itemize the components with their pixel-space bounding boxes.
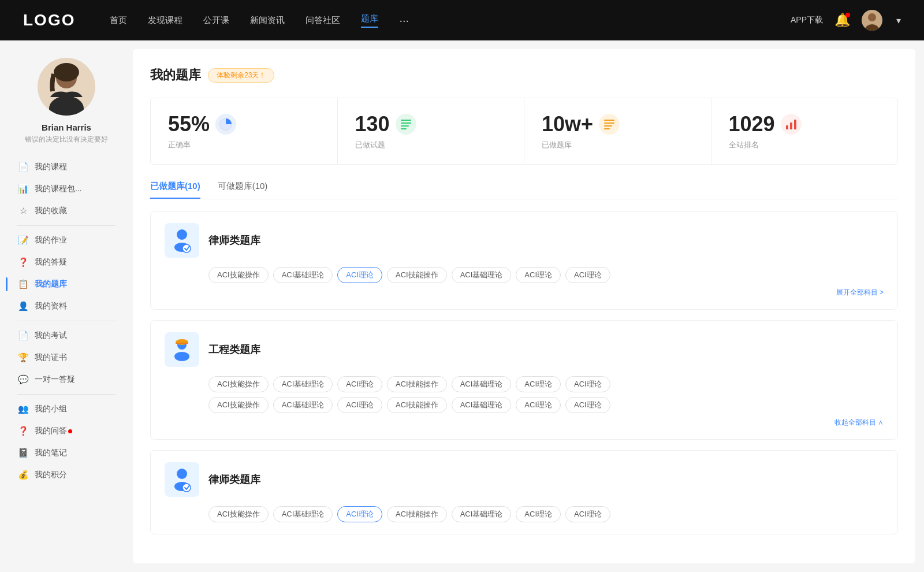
accuracy-value: 55% <box>168 112 210 136</box>
qbank-tag[interactable]: ACI理论 <box>516 506 561 522</box>
stat-accuracy: 55% 正确率 <box>151 98 338 164</box>
stats-row: 55% 正确率 130 <box>150 98 898 165</box>
qbank-name-lawyer-3: 律师类题库 <box>208 473 260 486</box>
user-name: Brian Harris <box>42 122 91 132</box>
qbank-tag[interactable]: ACI理论 <box>516 397 561 413</box>
stat-done-questions: 130 已做试题 <box>338 98 525 164</box>
qbank-tag[interactable]: ACI理论 <box>337 397 382 413</box>
certificates-icon: 🏆 <box>17 352 29 363</box>
qbank-tag[interactable]: ACI理论 <box>565 506 610 522</box>
profile-avatar-image <box>38 58 95 116</box>
nav-right: APP下载 🔔 ▾ <box>791 10 901 31</box>
sidebar-item-groups[interactable]: 👥 我的小组 <box>6 398 127 420</box>
page-title: 我的题库 <box>150 66 201 84</box>
bar-chart-icon <box>784 117 798 131</box>
qbank-tag[interactable]: ACI理论 <box>516 267 561 283</box>
app-download-link[interactable]: APP下载 <box>791 15 823 25</box>
sidebar-item-notes[interactable]: 📓 我的笔记 <box>6 442 127 464</box>
sidebar-item-course-packages[interactable]: 📊 我的课程包... <box>6 178 127 200</box>
logo: LOGO <box>23 11 75 29</box>
user-avatar[interactable] <box>862 10 882 31</box>
sidebar-item-question-bank[interactable]: 📋 我的题库 <box>6 273 127 295</box>
user-motto: 错误的决定比没有决定要好 <box>25 135 108 144</box>
stat-done-top: 130 <box>355 112 416 136</box>
trial-badge: 体验剩余23天！ <box>208 68 274 83</box>
svg-rect-8 <box>401 120 411 121</box>
sidebar-item-one-on-one[interactable]: 💬 一对一答疑 <box>6 369 127 391</box>
qbank-tag[interactable]: ACI理论 <box>516 376 561 392</box>
qbank-tag[interactable]: ACI技能操作 <box>208 397 269 413</box>
qbank-name-engineer: 工程类题库 <box>208 343 260 356</box>
nav-news[interactable]: 新闻资讯 <box>250 15 285 26</box>
list-orange-icon <box>602 117 616 131</box>
sidebar-item-exams[interactable]: 📄 我的考试 <box>6 325 127 347</box>
sidebar-divider-3 <box>17 394 116 395</box>
pie-chart-icon <box>219 117 233 131</box>
svg-point-27 <box>177 469 187 479</box>
qbank-tag[interactable]: ACI基础理论 <box>273 376 333 392</box>
qbank-tag[interactable]: ACI技能操作 <box>387 267 447 283</box>
qbank-tag[interactable]: ACI技能操作 <box>387 506 447 522</box>
qbank-tag[interactable]: ACI理论 <box>565 267 610 283</box>
qbank-tag[interactable]: ACI理论 <box>565 376 610 392</box>
qbank-tag[interactable]: ACI基础理论 <box>273 267 333 283</box>
points-icon: 💰 <box>17 470 29 480</box>
nav-qa[interactable]: 问答社区 <box>305 15 340 26</box>
engineer-person-icon <box>169 337 195 362</box>
nav-discover[interactable]: 发现课程 <box>148 15 182 26</box>
nav-opencourse[interactable]: 公开课 <box>203 15 229 26</box>
qbank-tag[interactable]: ACI基础理论 <box>452 267 512 283</box>
qbank-tag[interactable]: ACI技能操作 <box>387 376 447 392</box>
notification-bell[interactable]: 🔔 <box>834 13 850 28</box>
sidebar-item-label: 我的考试 <box>35 330 67 341</box>
sidebar-item-label: 我的作业 <box>35 235 67 246</box>
nav-more[interactable]: ··· <box>399 14 409 27</box>
qbank-tag[interactable]: ACI基础理论 <box>452 376 512 392</box>
svg-rect-11 <box>401 128 407 129</box>
user-menu-chevron-icon[interactable]: ▾ <box>896 15 901 26</box>
sidebar-item-my-qa[interactable]: ❓ 我的问答 <box>6 420 127 442</box>
qbank-collapse-engineer[interactable]: 收起全部科目 ∧ <box>165 418 884 428</box>
sidebar-item-courses[interactable]: 📄 我的课程 <box>6 156 127 178</box>
sidebar-item-label: 一对一答疑 <box>35 374 75 385</box>
sidebar-item-profile[interactable]: 👤 我的资料 <box>6 295 127 317</box>
ranking-icon <box>781 114 802 135</box>
sidebar-item-label: 我的积分 <box>35 470 67 480</box>
qbank-tag[interactable]: ACI技能操作 <box>208 376 269 392</box>
tab-done-banks[interactable]: 已做题库(10) <box>150 181 200 199</box>
qbank-tag[interactable]: ACI基础理论 <box>452 397 512 413</box>
qbank-tags-lawyer-3: ACI技能操作 ACI基础理论 ACI理论 ACI技能操作 ACI基础理论 AC… <box>208 506 884 522</box>
qbank-tag[interactable]: ACI技能操作 <box>208 506 269 522</box>
qbank-expand-lawyer-1[interactable]: 展开全部科目 > <box>165 288 884 298</box>
sidebar-item-points[interactable]: 💰 我的积分 <box>6 464 127 486</box>
qbank-tag-active[interactable]: ACI理论 <box>337 267 382 283</box>
svg-rect-12 <box>604 120 614 121</box>
favorites-icon: ☆ <box>17 206 29 216</box>
qbank-tag[interactable]: ACI基础理论 <box>273 397 333 413</box>
sidebar-item-questions[interactable]: ❓ 我的答疑 <box>6 251 127 273</box>
done-questions-label: 已做试题 <box>355 140 385 150</box>
qbank-tag[interactable]: ACI理论 <box>565 397 610 413</box>
svg-point-1 <box>868 13 876 21</box>
nav-home[interactable]: 首页 <box>110 15 127 26</box>
tab-available-banks[interactable]: 可做题库(10) <box>218 181 268 199</box>
page-layout: Brian Harris 错误的决定比没有决定要好 📄 我的课程 📊 我的课程包… <box>0 40 924 572</box>
lawyer-bank-icon <box>165 223 199 258</box>
qbank-tag-active[interactable]: ACI理论 <box>337 506 382 522</box>
qbank-tag[interactable]: ACI技能操作 <box>208 267 269 283</box>
sidebar-item-homework[interactable]: 📝 我的作业 <box>6 229 127 251</box>
qbank-item-lawyer-3: 律师类题库 ACI技能操作 ACI基础理论 ACI理论 ACI技能操作 ACI基… <box>150 450 898 534</box>
qbank-tags-lawyer-1: ACI技能操作 ACI基础理论 ACI理论 ACI技能操作 ACI基础理论 AC… <box>208 267 884 283</box>
svg-rect-9 <box>401 122 411 124</box>
sidebar-item-label: 我的课程包... <box>35 184 82 194</box>
qbank-tag[interactable]: ACI基础理论 <box>452 506 512 522</box>
nav-question-bank[interactable]: 题库 <box>361 13 378 28</box>
homework-icon: 📝 <box>17 235 29 246</box>
qbank-tag[interactable]: ACI技能操作 <box>387 397 447 413</box>
sidebar-item-certificates[interactable]: 🏆 我的证书 <box>6 347 127 369</box>
qbank-tag[interactable]: ACI基础理论 <box>273 506 333 522</box>
sidebar-item-favorites[interactable]: ☆ 我的收藏 <box>6 200 127 222</box>
qbank-tag[interactable]: ACI理论 <box>337 376 382 392</box>
svg-rect-14 <box>604 125 612 127</box>
svg-rect-26 <box>176 343 188 344</box>
